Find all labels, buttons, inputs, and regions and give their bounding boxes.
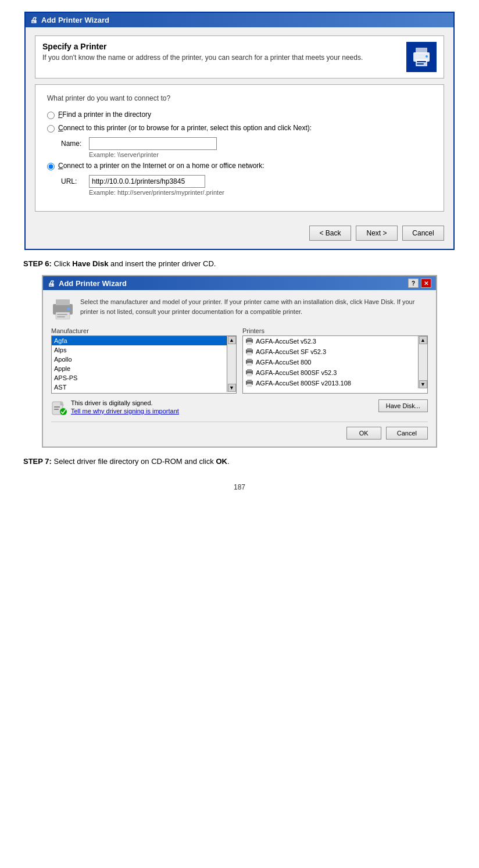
dialog2-info-text: Select the manufacturer and model of you… bbox=[80, 297, 428, 320]
page-number: 187 bbox=[23, 483, 456, 491]
printers-list[interactable]: AGFA-AccuSet v52.3 AGFA-AccuSet SF v52.3… bbox=[242, 335, 428, 394]
wizard2-body: Select the manufacturer and model of you… bbox=[43, 290, 436, 446]
printers-container: Printers AGFA-AccuSet v52.3 AGFA-AccuSet… bbox=[242, 327, 428, 394]
manufacturer-item-apple[interactable]: Apple bbox=[52, 364, 227, 373]
mfr-scroll-up[interactable]: ▲ bbox=[228, 336, 236, 344]
name-input[interactable] bbox=[89, 137, 217, 150]
printers-label: Printers bbox=[242, 327, 428, 334]
printer-icon-large bbox=[51, 297, 74, 320]
manufacturer-item-ast[interactable]: AST bbox=[52, 383, 227, 392]
svg-rect-14 bbox=[247, 342, 252, 345]
wizard1-content: What printer do you want to connect to? … bbox=[35, 84, 444, 212]
svg-point-30 bbox=[60, 408, 67, 415]
url-example: Example: http://server/printers/myprinte… bbox=[61, 189, 432, 196]
wizard1-title-icon: 🖨 bbox=[30, 16, 38, 24]
wizard1-heading: Specify a Printer bbox=[42, 42, 363, 51]
svg-rect-29 bbox=[54, 409, 59, 410]
url-label: URL: bbox=[61, 177, 84, 185]
lists-row: Manufacturer Agfa Alps Apollo Apple APS-… bbox=[51, 327, 428, 394]
close-button[interactable]: ✕ bbox=[421, 278, 431, 288]
printer-item-1[interactable]: AGFA-AccuSet v52.3 bbox=[243, 336, 418, 347]
wizard-question: What printer do you want to connect to? bbox=[47, 94, 432, 102]
wizard2-title-text: Add Printer Wizard bbox=[59, 279, 127, 288]
printer-icon-box bbox=[406, 42, 437, 72]
svg-rect-25 bbox=[247, 380, 252, 382]
add-printer-wizard-2: 🖨 Add Printer Wizard ? ✕ Select the manu… bbox=[42, 275, 437, 448]
svg-rect-26 bbox=[247, 384, 252, 387]
back-button[interactable]: < Back bbox=[309, 226, 351, 241]
wizard1-title-text: Add Printer Wizard bbox=[41, 16, 109, 24]
radio-connect-input[interactable] bbox=[47, 125, 55, 133]
manufacturer-item-aps[interactable]: APS-PS bbox=[52, 373, 227, 383]
manufacturer-item-apollo[interactable]: Apollo bbox=[52, 355, 227, 364]
radio-find-label[interactable]: FFind a printer in the directory bbox=[58, 110, 151, 119]
add-printer-wizard-1: 🖨 Add Printer Wizard Specify a Printer I… bbox=[24, 12, 455, 250]
svg-rect-28 bbox=[54, 406, 60, 408]
svg-rect-19 bbox=[247, 359, 252, 361]
step6-label: STEP 6: Click Have Disk and insert the p… bbox=[23, 259, 456, 268]
manufacturer-item-agfa[interactable]: Agfa bbox=[52, 336, 227, 345]
svg-point-5 bbox=[426, 55, 428, 58]
svg-rect-10 bbox=[57, 316, 65, 317]
printer-icon bbox=[411, 47, 432, 67]
driver-sign-text: This driver is digitally signed. bbox=[71, 399, 179, 406]
driver-sign-area: This driver is digitally signed. Tell me… bbox=[51, 399, 428, 416]
printers-scroll-up[interactable]: ▲ bbox=[419, 336, 427, 344]
manufacturer-label: Manufacturer bbox=[51, 327, 237, 334]
step7-label: STEP 7: Select driver file directory on … bbox=[23, 457, 456, 466]
manufacturer-container: Manufacturer Agfa Alps Apollo Apple APS-… bbox=[51, 327, 237, 394]
manufacturer-list[interactable]: Agfa Alps Apollo Apple APS-PS AST ▲ ▼ bbox=[51, 335, 237, 394]
radio-connect-label[interactable]: Connect to this printer (or to browse fo… bbox=[58, 124, 312, 132]
driver-sign-icon bbox=[51, 399, 67, 416]
dialog2-info: Select the manufacturer and model of you… bbox=[51, 297, 428, 320]
wizard2-footer: OK Cancel bbox=[51, 422, 428, 440]
wizard2-title-icon: 🖨 bbox=[48, 279, 55, 288]
svg-rect-23 bbox=[247, 373, 252, 376]
radio-internet-input[interactable] bbox=[47, 163, 55, 170]
printers-scroll-track[interactable] bbox=[419, 344, 427, 380]
printer-item-3[interactable]: AGFA-AccuSet 800 bbox=[243, 357, 418, 367]
manufacturer-item-alps[interactable]: Alps bbox=[52, 345, 227, 355]
svg-rect-1 bbox=[416, 48, 427, 53]
wizard1-footer: < Back Next > Cancel bbox=[35, 221, 444, 241]
cancel-button[interactable]: Cancel bbox=[402, 226, 444, 241]
printer-item-5[interactable]: AGFA-AccuSet 800SF v2013.108 bbox=[243, 378, 418, 388]
svg-rect-7 bbox=[56, 299, 70, 305]
printers-scroll-down[interactable]: ▼ bbox=[419, 380, 427, 388]
svg-rect-9 bbox=[57, 314, 67, 315]
mfr-scroll-track[interactable] bbox=[227, 344, 236, 384]
radio-connect-printer[interactable]: Connect to this printer (or to browse fo… bbox=[47, 124, 432, 133]
name-label: Name: bbox=[61, 140, 84, 148]
have-disk-button[interactable]: Have Disk... bbox=[378, 399, 428, 412]
radio-find-input[interactable] bbox=[47, 112, 55, 119]
help-button[interactable]: ? bbox=[408, 278, 419, 288]
wizard1-description: If you don't know the name or address of… bbox=[42, 53, 363, 62]
svg-point-11 bbox=[67, 308, 70, 310]
svg-rect-4 bbox=[417, 63, 424, 65]
svg-rect-2 bbox=[416, 59, 427, 66]
url-input[interactable] bbox=[89, 175, 205, 188]
svg-rect-22 bbox=[247, 369, 252, 372]
url-field-row: URL: bbox=[61, 175, 432, 188]
radio-internet-label[interactable]: Connect to a printer on the Internet or … bbox=[58, 162, 264, 170]
printer-item-2[interactable]: AGFA-AccuSet SF v52.3 bbox=[243, 347, 418, 357]
radio-internet-printer[interactable]: Connect to a printer on the Internet or … bbox=[47, 162, 432, 170]
name-field-row: Name: bbox=[61, 137, 432, 150]
svg-rect-3 bbox=[417, 61, 426, 62]
radio-find-printer[interactable]: FFind a printer in the directory bbox=[47, 110, 432, 119]
svg-rect-17 bbox=[247, 352, 252, 355]
mfr-scroll-down[interactable]: ▼ bbox=[228, 384, 236, 392]
cancel-button2[interactable]: Cancel bbox=[386, 427, 428, 440]
ok-button[interactable]: OK bbox=[346, 427, 381, 440]
wizard1-header: Specify a Printer If you don't know the … bbox=[35, 35, 444, 78]
svg-rect-8 bbox=[56, 312, 70, 319]
next-button[interactable]: Next > bbox=[356, 226, 398, 241]
svg-rect-20 bbox=[247, 363, 252, 366]
svg-rect-16 bbox=[247, 348, 252, 351]
name-example: Example: \\server\printer bbox=[61, 151, 432, 158]
svg-rect-13 bbox=[247, 338, 252, 340]
wizard1-titlebar: 🖨 Add Printer Wizard bbox=[26, 13, 453, 27]
driver-sign-left: This driver is digitally signed. Tell me… bbox=[51, 399, 179, 416]
printer-item-4[interactable]: AGFA-AccuSet 800SF v52.3 bbox=[243, 367, 418, 378]
driver-sign-link[interactable]: Tell me why driver signing is important bbox=[71, 408, 179, 415]
